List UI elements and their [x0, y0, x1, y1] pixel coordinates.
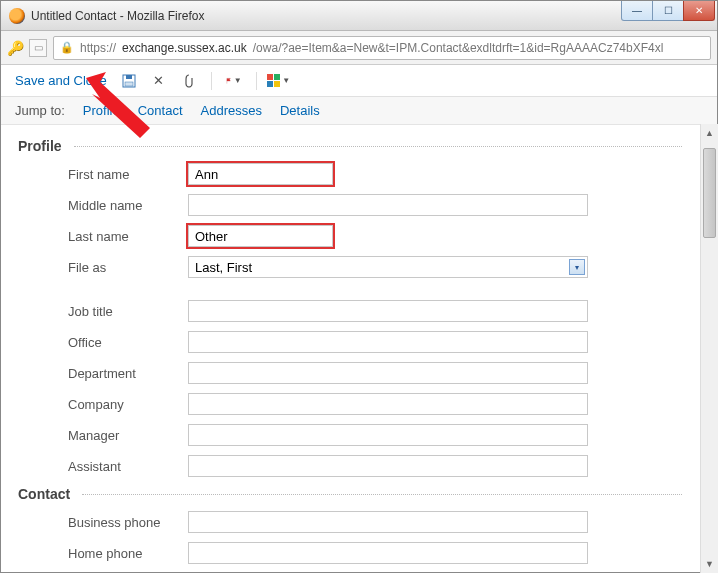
flag-icon[interactable]: ▼	[226, 73, 242, 89]
toolbar-separator	[256, 72, 257, 90]
tab-profile[interactable]: Profile	[83, 103, 120, 118]
address-bar-row: 🔑 ▭ 🔒 https://exchange.sussex.ac.uk/owa/…	[1, 31, 717, 65]
department-field[interactable]	[188, 362, 588, 384]
jump-to-bar: Jump to: Profile Contact Addresses Detai…	[1, 97, 717, 125]
label-last-name: Last name	[18, 229, 188, 244]
url-path: /owa/?ae=Item&a=New&t=IPM.Contact&exdltd…	[253, 41, 664, 55]
chevron-down-icon: ▼	[282, 76, 290, 85]
home-phone-field[interactable]	[188, 542, 588, 564]
job-title-field[interactable]	[188, 300, 588, 322]
label-company: Company	[18, 397, 188, 412]
vertical-scrollbar[interactable]: ▲ ▼	[700, 124, 718, 573]
action-toolbar: Save and Close ✕ ▼ ▼	[1, 65, 717, 97]
jump-to-label: Jump to:	[15, 103, 65, 118]
svg-rect-2	[125, 82, 133, 86]
window-controls: — ☐ ✕	[622, 1, 715, 21]
scroll-down-icon[interactable]: ▼	[701, 555, 718, 573]
maximize-button[interactable]: ☐	[652, 1, 684, 21]
key-icon: 🔑	[7, 40, 23, 56]
manager-field[interactable]	[188, 424, 588, 446]
section-heading-contact: Contact	[18, 486, 682, 502]
window-title: Untitled Contact - Mozilla Firefox	[31, 9, 204, 23]
categories-icon[interactable]: ▼	[271, 73, 287, 89]
section-heading-profile: Profile	[18, 138, 682, 154]
tab-contact[interactable]: Contact	[138, 103, 183, 118]
window-titlebar: Untitled Contact - Mozilla Firefox — ☐ ✕	[1, 1, 717, 31]
chevron-down-icon: ▾	[569, 259, 585, 275]
label-assistant: Assistant	[18, 459, 188, 474]
svg-rect-1	[126, 75, 132, 79]
last-name-field[interactable]	[188, 225, 333, 247]
url-scheme: https://	[80, 41, 116, 55]
file-as-select[interactable]: Last, First ▾	[188, 256, 588, 278]
label-office: Office	[18, 335, 188, 350]
scroll-thumb[interactable]	[703, 148, 716, 238]
label-middle-name: Middle name	[18, 198, 188, 213]
tab-addresses[interactable]: Addresses	[201, 103, 262, 118]
close-button[interactable]: ✕	[683, 1, 715, 21]
chevron-down-icon: ▼	[234, 76, 242, 85]
label-first-name: First name	[18, 167, 188, 182]
label-job-title: Job title	[18, 304, 188, 319]
lock-icon: 🔒	[60, 41, 74, 54]
label-business-phone: Business phone	[18, 515, 188, 530]
scroll-up-icon[interactable]: ▲	[701, 124, 718, 142]
save-and-close-button[interactable]: Save and Close	[15, 73, 107, 88]
url-input[interactable]: 🔒 https://exchange.sussex.ac.uk/owa/?ae=…	[53, 36, 711, 60]
company-field[interactable]	[188, 393, 588, 415]
label-manager: Manager	[18, 428, 188, 443]
save-icon[interactable]	[121, 73, 137, 89]
middle-name-field[interactable]	[188, 194, 588, 216]
form-content: Profile First name Middle name Last name…	[0, 124, 700, 573]
office-field[interactable]	[188, 331, 588, 353]
first-name-field[interactable]	[188, 163, 333, 185]
reader-view-icon[interactable]: ▭	[29, 39, 47, 57]
firefox-icon	[9, 8, 25, 24]
url-host: exchange.sussex.ac.uk	[122, 41, 247, 55]
label-file-as: File as	[18, 260, 188, 275]
label-home-phone: Home phone	[18, 546, 188, 561]
file-as-value: Last, First	[195, 260, 252, 275]
toolbar-separator	[211, 72, 212, 90]
delete-icon[interactable]: ✕	[151, 73, 167, 89]
minimize-button[interactable]: —	[621, 1, 653, 21]
business-phone-field[interactable]	[188, 511, 588, 533]
attachment-icon[interactable]	[181, 73, 197, 89]
label-department: Department	[18, 366, 188, 381]
assistant-field[interactable]	[188, 455, 588, 477]
tab-details[interactable]: Details	[280, 103, 320, 118]
